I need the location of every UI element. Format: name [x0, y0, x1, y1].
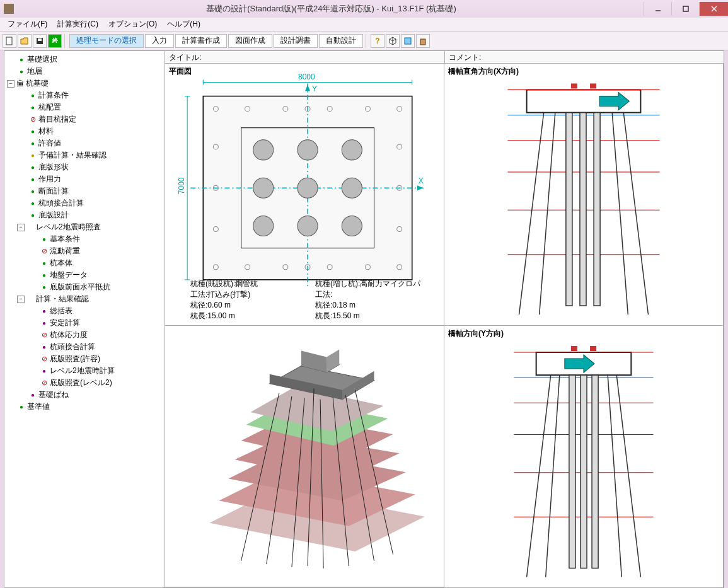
tree-view[interactable]: 基礎選択 地層 −🏛杭基礎 計算条件 杭配置 着目杭指定 材料 許容値 予備計算… — [4, 51, 165, 587]
menu-bar: ファイル(F) 計算実行(C) オプション(O) ヘルプ(H) — [0, 18, 728, 32]
title-field-label: タイトル: — [165, 51, 444, 64]
maximize-button[interactable] — [671, 2, 699, 16]
report-button[interactable]: 計算書作成 — [175, 34, 227, 48]
comment-field-label: コメント: — [444, 51, 724, 64]
tree-node[interactable]: 杭配置 — [6, 101, 163, 113]
tree-node[interactable]: 底版設計 — [6, 209, 163, 221]
svg-point-18 — [253, 178, 274, 198]
disabled-icon — [40, 379, 49, 388]
svg-point-22 — [298, 216, 318, 236]
tree-node[interactable]: −レベル2地震時照査 — [6, 221, 163, 233]
3d-icon[interactable] — [386, 34, 400, 48]
svg-rect-98 — [569, 375, 575, 568]
exit-button[interactable]: 終 — [48, 34, 62, 48]
svg-marker-80 — [326, 349, 339, 372]
help-icon[interactable]: ? — [371, 34, 384, 48]
svg-rect-8 — [420, 39, 425, 45]
tree-node[interactable]: 材料 — [6, 125, 163, 137]
tree-node[interactable]: 計算条件 — [6, 89, 163, 101]
svg-point-17 — [342, 140, 362, 160]
tree-node[interactable]: 地層 — [6, 66, 163, 78]
svg-text:X: X — [419, 176, 424, 185]
menu-file[interactable]: ファイル(F) — [3, 18, 52, 31]
design-check-button[interactable]: 設計調書 — [274, 34, 318, 48]
menu-option[interactable]: オプション(O) — [103, 18, 162, 31]
minimize-button[interactable] — [644, 2, 671, 16]
plan-title: 平面図 — [169, 66, 192, 77]
collapse-icon[interactable]: − — [7, 80, 14, 88]
bullet-icon — [17, 55, 26, 64]
bullet-icon — [40, 235, 49, 244]
tree-node[interactable]: 断面計算 — [6, 185, 163, 197]
tree-node[interactable]: 底版形状 — [6, 161, 163, 173]
bullet-icon — [40, 259, 49, 268]
tree-node[interactable]: 杭頭接合計算 — [6, 341, 163, 353]
side-y-drawing — [444, 326, 723, 588]
tree-node[interactable]: −🏛杭基礎 — [6, 78, 163, 89]
tree-node[interactable]: −計算・結果確認 — [6, 293, 163, 305]
tree-node[interactable]: 作用力 — [6, 173, 163, 185]
tree-node[interactable]: 杭頭接合計算 — [6, 197, 163, 209]
tree-node[interactable]: 流動荷重 — [6, 245, 163, 257]
svg-rect-1 — [683, 6, 688, 11]
tree-node[interactable]: 基本条件 — [6, 233, 163, 245]
tree-node[interactable]: 底版前面水平抵抗 — [6, 281, 163, 293]
bullet-icon — [28, 211, 37, 220]
svg-rect-53 — [571, 83, 577, 88]
tree-node[interactable]: 基礎ばね — [6, 389, 163, 401]
auto-button[interactable]: 自動設計 — [319, 34, 363, 48]
info-line: 工法:打込み(打撃) — [190, 289, 315, 300]
collapse-icon[interactable]: − — [17, 224, 25, 231]
side-y-panel[interactable]: 橋軸方向(Y方向) — [444, 326, 724, 588]
tree-node[interactable]: 底版照査(許容) — [6, 353, 163, 365]
svg-rect-63 — [594, 113, 600, 306]
tree-node[interactable]: 安定計算 — [6, 317, 163, 329]
bullet-icon — [40, 319, 49, 328]
menu-help[interactable]: ヘルプ(H) — [162, 18, 205, 31]
bullet-icon — [28, 163, 37, 172]
open-button[interactable] — [18, 34, 32, 48]
input-button[interactable]: 入力 — [145, 34, 174, 48]
new-button[interactable] — [3, 34, 16, 48]
tree-node[interactable]: 総括表 — [6, 305, 163, 317]
bullet-icon — [28, 151, 37, 160]
svg-rect-62 — [580, 113, 586, 306]
svg-text:7000: 7000 — [177, 177, 186, 194]
tree-node[interactable]: 着目杭指定 — [6, 113, 163, 125]
bullet-icon — [28, 91, 37, 100]
tree-node[interactable]: 基礎選択 — [6, 54, 163, 66]
tree-node[interactable]: 杭体応力度 — [6, 329, 163, 341]
tree-node[interactable]: 基準値 — [6, 401, 163, 413]
tree-node[interactable]: レベル2地震時計算 — [6, 365, 163, 377]
side-x-panel[interactable]: 橋軸直角方向(X方向) — [444, 64, 724, 326]
info-line: 工法: — [315, 289, 440, 300]
bullet-icon — [40, 343, 49, 352]
drawing-button[interactable]: 図面作成 — [228, 34, 272, 48]
tree-node[interactable]: 予備計算・結果確認 — [6, 149, 163, 161]
info-line: 杭長:15.00 m — [190, 311, 315, 321]
svg-point-20 — [342, 178, 362, 198]
mode-select-button[interactable]: 処理モードの選択 — [69, 34, 144, 48]
bullet-icon — [28, 187, 37, 196]
side-y-title: 橋軸方向(Y方向) — [448, 328, 504, 339]
svg-line-103 — [616, 375, 640, 577]
tree-node[interactable]: 底版照査(レベル2) — [6, 377, 163, 389]
svg-rect-4 — [6, 37, 12, 45]
plan-view-panel[interactable]: 平面図 Y X — [165, 64, 444, 326]
tree-node[interactable]: 地盤データ — [6, 269, 163, 281]
bullet-icon — [28, 175, 37, 184]
iso-3d-panel[interactable] — [165, 326, 444, 588]
bullet-icon — [28, 391, 37, 400]
tree-node[interactable]: 杭本体 — [6, 257, 163, 269]
bullet-icon — [28, 127, 37, 136]
collapse-icon[interactable]: − — [17, 296, 25, 303]
calc-icon[interactable] — [401, 34, 415, 48]
disabled-icon — [40, 355, 49, 364]
title-bar: 基礎の設計(Standard版)(平成24年道示対応版) - Kui_13.F1… — [0, 0, 728, 18]
bullet-icon — [17, 403, 26, 412]
tree-node[interactable]: 許容値 — [6, 137, 163, 149]
building-icon[interactable] — [416, 34, 430, 48]
save-button[interactable] — [33, 34, 47, 48]
close-button[interactable] — [699, 2, 728, 16]
menu-calc[interactable]: 計算実行(C) — [52, 18, 103, 31]
